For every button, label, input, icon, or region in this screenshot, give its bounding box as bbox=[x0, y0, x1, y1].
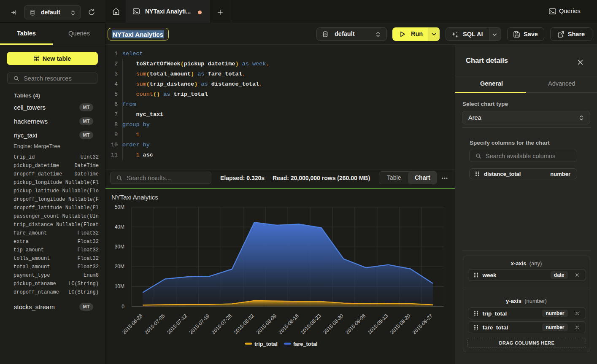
svg-text:2015-08-02: 2015-08-02 bbox=[233, 313, 256, 335]
svg-text:2015-07-05: 2015-07-05 bbox=[143, 313, 166, 335]
svg-text:2015-09-20: 2015-09-20 bbox=[389, 313, 412, 335]
svg-text:2015-09-06: 2015-09-06 bbox=[344, 313, 367, 335]
svg-text:2015-08-30: 2015-08-30 bbox=[322, 313, 345, 335]
svg-text:2015-08-16: 2015-08-16 bbox=[277, 313, 300, 335]
svg-text:2015-07-12: 2015-07-12 bbox=[166, 313, 189, 335]
svg-text:2015-09-27: 2015-09-27 bbox=[411, 313, 434, 335]
svg-text:trip_total: trip_total bbox=[254, 341, 278, 347]
svg-text:0: 0 bbox=[122, 304, 124, 310]
svg-text:fare_total: fare_total bbox=[293, 341, 318, 347]
svg-text:40M: 40M bbox=[115, 224, 124, 230]
svg-text:2015-07-19: 2015-07-19 bbox=[188, 313, 211, 335]
svg-text:2015-07-26: 2015-07-26 bbox=[211, 313, 233, 335]
svg-text:30M: 30M bbox=[115, 244, 124, 250]
svg-text:2015-08-23: 2015-08-23 bbox=[300, 313, 322, 335]
svg-text:10M: 10M bbox=[115, 283, 124, 289]
svg-text:20M: 20M bbox=[115, 264, 124, 270]
svg-text:50M: 50M bbox=[115, 204, 124, 210]
svg-text:2015-08-09: 2015-08-09 bbox=[255, 313, 278, 335]
svg-text:2015-06-28: 2015-06-28 bbox=[121, 313, 144, 335]
svg-text:2015-09-13: 2015-09-13 bbox=[367, 313, 389, 335]
svg-text:NYTaxi Analytics: NYTaxi Analytics bbox=[111, 194, 158, 201]
